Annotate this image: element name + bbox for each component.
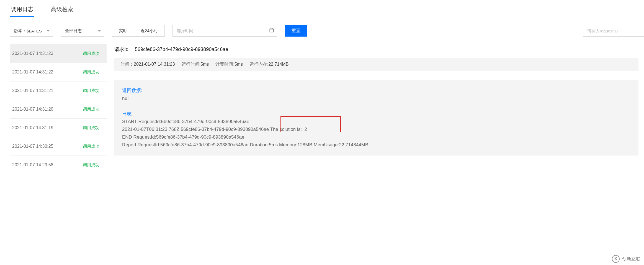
tabs: 调用日志 高级检索 xyxy=(10,0,634,17)
log-status: 调用成功 xyxy=(83,70,99,75)
log-status: 调用成功 xyxy=(83,125,99,131)
time-range-group: 实时 近24小时 xyxy=(112,25,165,37)
time-picker[interactable]: 选择时间 xyxy=(172,25,277,37)
meta-bar: 时间：2021-01-07 14:31:23 运行时间:5ms 计费时间:5ms… xyxy=(114,58,638,71)
calendar-icon xyxy=(269,28,274,34)
log-time: 2021-01-07 14:31:19 xyxy=(12,125,53,130)
last24h-button[interactable]: 近24小时 xyxy=(134,25,165,37)
return-data-value: null xyxy=(122,95,631,102)
meta-memory: 运行内存:22.714MB xyxy=(249,62,288,67)
tab-advanced-search[interactable]: 高级检索 xyxy=(50,3,74,17)
version-label: 版本： xyxy=(14,28,27,34)
request-id-value: 569cfe86-37b4-479d-90c9-893890a546ae xyxy=(135,47,228,52)
reset-button[interactable]: 重置 xyxy=(285,25,307,37)
log-body: 返回数据: null 日志: START RequestId:569cfe86-… xyxy=(114,80,638,156)
main: 2021-01-07 14:31:23 调用成功 2021-01-07 14:3… xyxy=(10,44,644,174)
meta-runtime: 运行时间:5ms xyxy=(182,62,209,67)
log-time: 2021-01-07 14:30:25 xyxy=(12,144,53,149)
request-id-label: 请求Id： xyxy=(114,47,133,52)
log-time: 2021-01-07 14:31:21 xyxy=(12,88,53,93)
logtype-value: 全部日志 xyxy=(65,28,82,34)
return-data-title: 返回数据: xyxy=(122,87,631,95)
tab-call-log[interactable]: 调用日志 xyxy=(10,3,34,17)
log-detail: 请求Id： 569cfe86-37b4-479d-90c9-893890a546… xyxy=(107,44,644,156)
requestid-search-input[interactable] xyxy=(583,25,644,37)
log-list: 2021-01-07 14:31:23 调用成功 2021-01-07 14:3… xyxy=(10,44,107,174)
log-time: 2021-01-07 14:31:20 xyxy=(12,107,53,112)
meta-billtime: 计费时间:5ms xyxy=(215,62,243,67)
log-status: 调用成功 xyxy=(83,51,99,56)
list-item[interactable]: 2021-01-07 14:31:23 调用成功 xyxy=(10,44,107,63)
meta-time: 时间：2021-01-07 14:31:23 xyxy=(120,62,175,67)
filter-bar: 版本： $LATEST 全部日志 实时 近24小时 选择时间 重置 xyxy=(10,17,644,44)
log-line: END RequestId:569cfe86-37b4-479d-90c9-89… xyxy=(122,133,631,141)
log-status: 调用成功 xyxy=(83,162,99,168)
log-line: START RequestId:569cfe86-37b4-479d-90c9-… xyxy=(122,118,631,126)
list-item[interactable]: 2021-01-07 14:31:20 调用成功 xyxy=(10,100,107,119)
log-time: 2021-01-07 14:31:22 xyxy=(12,70,53,75)
list-item[interactable]: 2021-01-07 14:31:21 调用成功 xyxy=(10,81,107,100)
version-select[interactable]: 版本： $LATEST xyxy=(10,25,53,37)
log-time: 2021-01-07 14:31:23 xyxy=(12,51,53,56)
log-status: 调用成功 xyxy=(83,144,99,149)
realtime-button[interactable]: 实时 xyxy=(112,25,134,37)
log-section-title: 日志: xyxy=(122,110,631,118)
log-time: 2021-01-07 14:29:58 xyxy=(12,162,53,167)
log-status: 调用成功 xyxy=(83,88,99,93)
list-item[interactable]: 2021-01-07 14:31:19 调用成功 xyxy=(10,119,107,137)
chevron-down-icon xyxy=(47,30,50,32)
log-line: Report RequestId:569cfe86-37b4-479d-90c9… xyxy=(122,141,631,149)
log-line: 2021-01-07T06:31:23.768Z 569cfe86-37b4-4… xyxy=(122,126,631,133)
request-id-line: 请求Id： 569cfe86-37b4-479d-90c9-893890a546… xyxy=(114,44,638,58)
list-item[interactable]: 2021-01-07 14:29:58 调用成功 xyxy=(10,156,107,174)
chevron-down-icon xyxy=(98,30,101,32)
version-value: $LATEST xyxy=(27,29,44,33)
time-placeholder: 选择时间 xyxy=(177,28,193,34)
list-item[interactable]: 2021-01-07 14:30:25 调用成功 xyxy=(10,137,107,156)
log-status: 调用成功 xyxy=(83,107,99,112)
list-item[interactable]: 2021-01-07 14:31:22 调用成功 xyxy=(10,63,107,81)
svg-rect-0 xyxy=(270,29,274,32)
logtype-select[interactable]: 全部日志 xyxy=(61,25,104,37)
